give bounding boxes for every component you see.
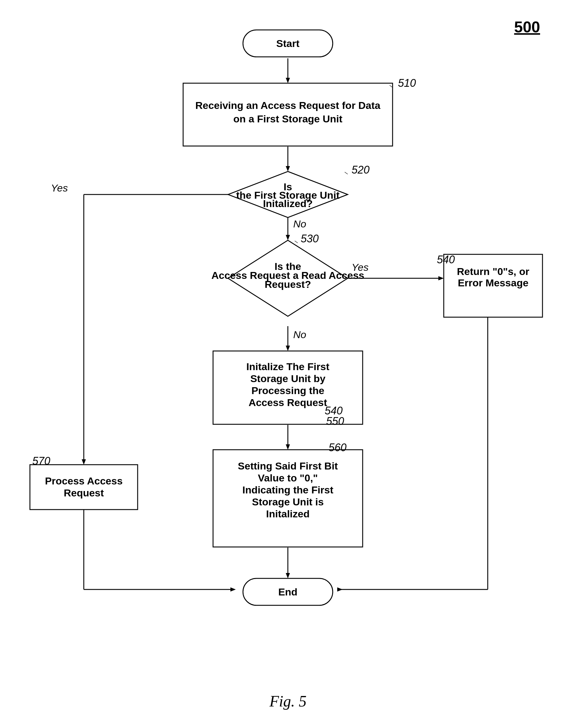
step560-line2: Value to "0,": [258, 472, 318, 484]
svg-line-29: [295, 241, 298, 243]
step560-line4: Storage Unit is: [252, 496, 324, 507]
step560-number: 560: [328, 441, 346, 454]
svg-marker-8: [82, 459, 86, 465]
no1-label: No: [293, 218, 306, 230]
svg-line-27: [345, 172, 348, 174]
flowchart-svg: No Yes Yes No Start: [0, 0, 576, 703]
step550-line2: Storage Unit by: [250, 373, 325, 384]
step510-line1: Receiving an Access Request for Data: [195, 99, 381, 111]
step540-line1: Return "0"s, or: [457, 266, 529, 277]
figure-label: Fig. 5: [269, 692, 307, 710]
step560-line5: Initalized: [266, 508, 309, 519]
step540-ref-number: 540: [325, 405, 343, 417]
step560-line1: Setting Said First Bit: [238, 460, 338, 472]
step540-number: 540: [437, 254, 455, 266]
svg-marker-22: [230, 587, 236, 591]
step560-line3: Indicating the First: [242, 484, 333, 496]
step510-number: 510: [398, 77, 416, 89]
step510-line2: on a First Storage Unit: [233, 113, 343, 124]
step520-number: 520: [352, 164, 370, 176]
step550-number: 550: [326, 415, 344, 427]
svg-marker-3: [286, 166, 290, 171]
diagram-container: 500 No Yes Yes No: [0, 0, 576, 728]
step550-line3: Processing the: [251, 385, 324, 396]
step570-line2: Request: [64, 487, 104, 498]
svg-marker-14: [286, 444, 290, 450]
yes1-label: Yes: [51, 182, 68, 194]
end-label: End: [278, 586, 297, 598]
step540-line2: Error Message: [458, 277, 528, 288]
svg-marker-12: [286, 346, 290, 351]
step570-number: 570: [32, 455, 50, 467]
step570-line1: Process Access: [45, 475, 123, 487]
no2-label: No: [293, 329, 306, 340]
step550-line1: Initalize The First: [246, 361, 329, 372]
svg-marker-16: [286, 573, 290, 578]
step530-line3: Request?: [265, 279, 311, 290]
step520-line3: Initalized?: [263, 198, 313, 209]
start-label: Start: [276, 38, 299, 49]
step550-line4: Access Request: [249, 397, 327, 408]
step530-number: 530: [301, 232, 319, 245]
svg-marker-10: [438, 276, 444, 280]
svg-marker-5: [286, 235, 290, 240]
svg-marker-1: [286, 78, 290, 83]
